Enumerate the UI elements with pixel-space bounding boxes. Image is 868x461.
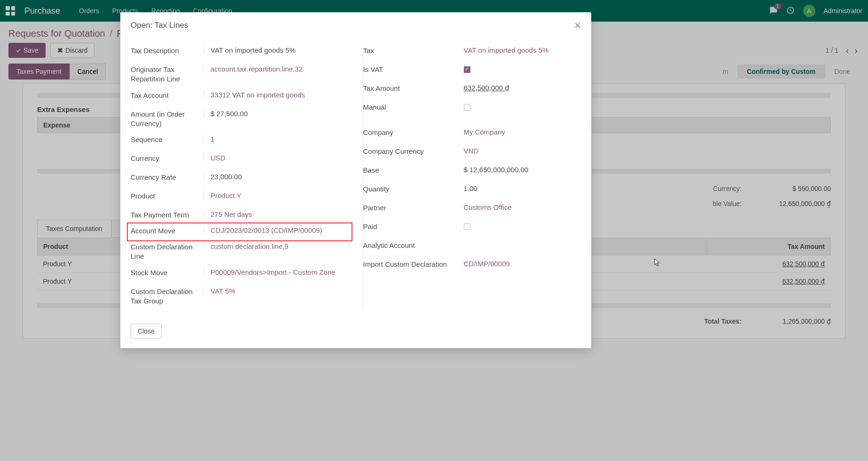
tax-group-label: Custom Declaration Tax Group	[131, 286, 203, 306]
tax-description-value: VAT on imported goods 5%	[203, 45, 349, 54]
originator-value[interactable]: account.tax.repartition.line,32	[203, 64, 349, 73]
product-label: Product	[131, 191, 203, 201]
analytic-value[interactable]	[457, 240, 581, 241]
tax-description-label: Tax Description	[131, 45, 203, 56]
isvat-checkbox[interactable]	[464, 66, 470, 73]
import-value[interactable]: CD/IMP/00009	[457, 259, 581, 268]
currency-value[interactable]: USD	[203, 153, 349, 162]
taxamt-value: 632,500,000 ₫	[457, 83, 581, 92]
sequence-value: 1	[203, 134, 349, 143]
originator-label: Originator Tax Repartition Line	[131, 64, 203, 84]
modal-header: Open: Tax Lines ×	[120, 12, 591, 38]
base-value: $ 12,650,000,000.00	[457, 165, 581, 174]
ccur-label: Company Currency	[363, 146, 457, 156]
company-value[interactable]: My Company	[457, 127, 581, 136]
tax-account-value[interactable]: 33312 VAT on imported goods	[203, 90, 349, 99]
rate-label: Currency Rate	[131, 172, 203, 182]
close-icon[interactable]: ×	[574, 20, 581, 31]
tax-group-value[interactable]: VAT 5%	[203, 286, 349, 295]
modal-left-column: Tax DescriptionVAT on imported goods 5% …	[131, 42, 349, 309]
term-label: Tax Payment Term	[131, 209, 203, 220]
partner-label: Partner	[363, 202, 457, 213]
modal-title: Open: Tax Lines	[131, 21, 188, 30]
manual-checkbox[interactable]	[464, 104, 470, 111]
tax-label: Tax	[363, 45, 457, 56]
base-label: Base	[363, 165, 457, 175]
paid-checkbox[interactable]	[464, 223, 470, 230]
analytic-label: Analytic Account	[363, 240, 457, 250]
decl-line-value[interactable]: custom.declaration.line,9	[203, 241, 349, 250]
modal-footer: Close	[120, 317, 591, 348]
decl-line-label: Custom Declaration Line	[131, 241, 203, 262]
qty-label: Quantity	[363, 183, 457, 194]
sequence-label: Sequence	[131, 134, 203, 144]
company-label: Company	[363, 127, 457, 137]
isvat-label: Is VAT	[363, 64, 457, 74]
currency-label: Currency	[131, 153, 203, 163]
manual-label: Manual	[363, 102, 457, 112]
tax-value[interactable]: VAT on imported goods 5%	[457, 45, 581, 54]
stock-move-value[interactable]: P00009/Vendors>Import - Custom Zone	[203, 267, 349, 276]
qty-value: 1.00	[457, 183, 581, 192]
import-label: Import Custom Declaration	[363, 259, 457, 269]
close-button[interactable]: Close	[131, 324, 162, 339]
product-value[interactable]: Product Y	[203, 191, 349, 199]
amount-value: $ 27,500.00	[203, 109, 349, 118]
partner-value[interactable]: Customs Office	[457, 202, 581, 211]
account-move-value[interactable]: CDJ/2023/02/0013 (CD/IMP/00009)	[203, 225, 349, 234]
modal-tax-lines: Open: Tax Lines × Tax DescriptionVAT on …	[120, 12, 591, 348]
ccur-value[interactable]: VND	[457, 146, 581, 155]
taxamt-label: Tax Amount	[363, 83, 457, 93]
account-move-label: Account Move	[131, 225, 203, 236]
modal-right-column: TaxVAT on imported goods 5% Is VAT Tax A…	[363, 42, 581, 309]
term-value[interactable]: 275 Net days	[203, 209, 349, 218]
tax-account-label: Tax Account	[131, 90, 203, 100]
rate-value: 23,000.00	[203, 172, 349, 181]
paid-label: Paid	[363, 221, 457, 231]
stock-move-label: Stock Move	[131, 267, 203, 278]
amount-label: Amount (in Order Currency)	[131, 109, 203, 129]
